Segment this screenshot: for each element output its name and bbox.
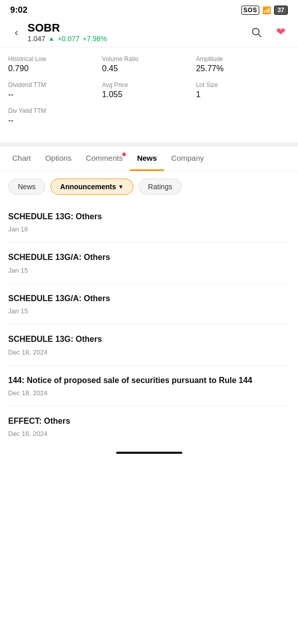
stat-avg-price: Avg Price 1.055 bbox=[102, 78, 196, 104]
stat-historical-low-label: Historical Low bbox=[8, 55, 102, 63]
stat-dividend-ttm: Dividend TTM -- bbox=[8, 78, 102, 104]
price-change: +0.077 bbox=[58, 35, 79, 43]
news-title: SCHEDULE 13G/A: Others bbox=[8, 293, 290, 304]
list-item[interactable]: SCHEDULE 13G: Others Jan 16 bbox=[8, 202, 290, 243]
list-item[interactable]: EFFECT: Others Dec 16, 2024 bbox=[8, 406, 290, 447]
sub-tab-news[interactable]: News bbox=[8, 179, 45, 195]
stats-row-3: Div Yield TTM -- bbox=[0, 104, 298, 138]
news-date: Jan 15 bbox=[8, 307, 290, 315]
news-title: SCHEDULE 13G: Others bbox=[8, 334, 290, 345]
stat-div-yield-ttm: Div Yield TTM -- bbox=[8, 104, 290, 130]
ticker-symbol: SOBR bbox=[28, 21, 247, 35]
stat-amplitude-label: Amplitude bbox=[196, 55, 290, 63]
status-bar: 9:02 SOS 📶 37 bbox=[0, 0, 298, 18]
stat-avg-price-label: Avg Price bbox=[102, 81, 196, 89]
search-button[interactable] bbox=[247, 23, 265, 41]
stat-div-yield-ttm-label: Div Yield TTM bbox=[8, 107, 290, 114]
tab-options[interactable]: Options bbox=[38, 147, 79, 171]
list-item[interactable]: SCHEDULE 13G/A: Others Jan 15 bbox=[8, 243, 290, 283]
header: ‹ SOBR 1.047 ▲ +0.077 +7.98% ❤ bbox=[0, 18, 298, 47]
news-title: EFFECT: Others bbox=[8, 416, 290, 427]
ticker-price-row: 1.047 ▲ +0.077 +7.98% bbox=[28, 35, 247, 43]
announcements-chevron-icon: ▼ bbox=[118, 184, 124, 190]
news-date: Jan 16 bbox=[8, 225, 290, 233]
stats-row-1: Historical Low 0.790 Volume Ratio 0.45 A… bbox=[0, 47, 298, 78]
stat-lot-size-value: 1 bbox=[196, 90, 290, 99]
svg-line-1 bbox=[258, 34, 261, 37]
tab-comments[interactable]: Comments bbox=[78, 147, 130, 171]
sub-tab-ratings[interactable]: Ratings bbox=[139, 179, 182, 195]
stat-amplitude: Amplitude 25.77% bbox=[196, 52, 290, 78]
tab-news[interactable]: News bbox=[130, 147, 164, 171]
news-date: Jan 15 bbox=[8, 267, 290, 274]
list-item[interactable]: 144: Notice of proposed sale of securiti… bbox=[8, 366, 290, 406]
favorite-button[interactable]: ❤ bbox=[272, 23, 290, 41]
status-icons: SOS 📶 37 bbox=[241, 6, 288, 15]
home-indicator bbox=[116, 452, 182, 454]
sub-tab-announcements[interactable]: Announcements ▼ bbox=[50, 179, 133, 195]
status-time: 9:02 bbox=[10, 5, 28, 15]
main-tabs: Chart Options Comments News Company bbox=[0, 147, 298, 171]
sos-icon: SOS bbox=[241, 6, 259, 15]
stat-volume-ratio-value: 0.45 bbox=[102, 64, 196, 73]
news-date: Dec 16, 2024 bbox=[8, 430, 290, 437]
news-list: SCHEDULE 13G: Others Jan 16 SCHEDULE 13G… bbox=[0, 202, 298, 447]
header-actions: ❤ bbox=[247, 23, 290, 41]
stat-amplitude-value: 25.77% bbox=[196, 64, 290, 73]
tab-chart[interactable]: Chart bbox=[5, 147, 38, 171]
stat-volume-ratio-label: Volume Ratio bbox=[102, 55, 196, 63]
price-arrow-up-icon: ▲ bbox=[48, 35, 55, 42]
stat-avg-price-value: 1.055 bbox=[102, 90, 196, 99]
ticker-info: SOBR 1.047 ▲ +0.077 +7.98% bbox=[24, 21, 247, 43]
tab-company[interactable]: Company bbox=[164, 147, 211, 171]
list-item[interactable]: SCHEDULE 13G: Others Dec 18, 2024 bbox=[8, 325, 290, 365]
price-change-pct: +7.98% bbox=[83, 35, 107, 43]
stat-historical-low-value: 0.790 bbox=[8, 64, 102, 73]
back-button[interactable]: ‹ bbox=[8, 24, 24, 40]
bottom-bar bbox=[0, 447, 298, 457]
stat-volume-ratio: Volume Ratio 0.45 bbox=[102, 52, 196, 78]
battery-icon: 37 bbox=[274, 6, 288, 15]
news-date: Dec 18, 2024 bbox=[8, 348, 290, 356]
comments-dot-badge bbox=[122, 153, 126, 156]
news-title: SCHEDULE 13G/A: Others bbox=[8, 252, 290, 263]
stat-lot-size-label: Lot Size bbox=[196, 81, 290, 89]
news-title: 144: Notice of proposed sale of securiti… bbox=[8, 375, 290, 386]
stat-dividend-ttm-value: -- bbox=[8, 90, 102, 99]
wifi-icon: 📶 bbox=[262, 6, 271, 14]
stat-dividend-ttm-label: Dividend TTM bbox=[8, 81, 102, 89]
stat-div-yield-ttm-value: -- bbox=[8, 116, 290, 125]
news-date: Dec 18, 2024 bbox=[8, 389, 290, 397]
price-value: 1.047 bbox=[28, 35, 45, 43]
tabs-section: Chart Options Comments News Company News… bbox=[0, 142, 298, 447]
list-item[interactable]: SCHEDULE 13G/A: Others Jan 15 bbox=[8, 284, 290, 325]
stat-historical-low: Historical Low 0.790 bbox=[8, 52, 102, 78]
news-title: SCHEDULE 13G: Others bbox=[8, 211, 290, 222]
sub-tabs: News Announcements ▼ Ratings bbox=[0, 171, 298, 202]
stat-lot-size: Lot Size 1 bbox=[196, 78, 290, 104]
stats-row-2: Dividend TTM -- Avg Price 1.055 Lot Size… bbox=[0, 78, 298, 104]
